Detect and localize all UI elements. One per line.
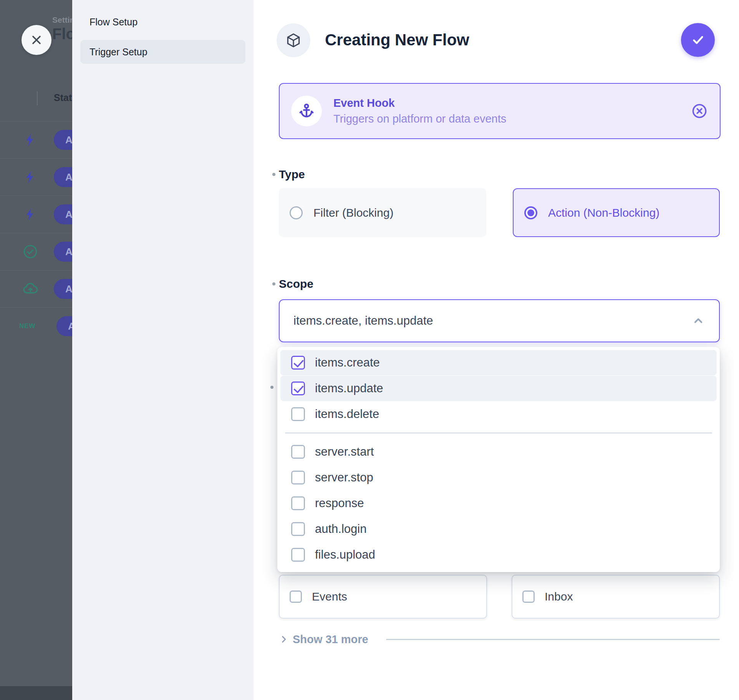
table-row: Acti bbox=[0, 121, 72, 158]
scope-option-card-events[interactable]: Events bbox=[279, 575, 487, 619]
scope-card-label: Inbox bbox=[545, 590, 573, 603]
checkbox-unchecked-icon[interactable] bbox=[290, 591, 302, 603]
table-row: Acti bbox=[0, 233, 72, 270]
scope-option-items-create[interactable]: items.create bbox=[280, 350, 717, 375]
drawer-main-panel: Creating New Flow Event Hook Triggers on… bbox=[254, 0, 739, 700]
scope-option-items-update[interactable]: items.update bbox=[280, 376, 717, 401]
nav-item-label: Trigger Setup bbox=[89, 46, 147, 58]
checkbox-unchecked-icon[interactable] bbox=[522, 591, 535, 603]
scope-option-auth-login[interactable]: auth.login bbox=[280, 516, 717, 542]
checkbox-unchecked-icon[interactable] bbox=[291, 522, 305, 536]
status-badge: Acti bbox=[54, 204, 72, 224]
table-row: Acti bbox=[0, 158, 72, 196]
scope-option-label: items.create bbox=[315, 356, 380, 370]
scope-card-label: Events bbox=[312, 590, 347, 603]
scope-field-label: Scope bbox=[279, 277, 313, 290]
scope-option-label: server.stop bbox=[315, 471, 373, 484]
trigger-card-texts: Event Hook Triggers on platform or data … bbox=[333, 97, 506, 125]
type-option-action[interactable]: Action (Non-Blocking) bbox=[513, 188, 720, 237]
type-option-label: Action (Non-Blocking) bbox=[548, 206, 659, 219]
background-table: Acti Acti Acti Acti Acti NEW bbox=[0, 121, 72, 345]
checkbox-unchecked-icon[interactable] bbox=[291, 496, 305, 510]
status-badge: Acti bbox=[54, 167, 72, 187]
scope-option-response[interactable]: response bbox=[280, 491, 717, 516]
scope-option-files-upload[interactable]: files.upload bbox=[280, 542, 717, 567]
scope-option-label: response bbox=[315, 496, 364, 510]
drawer-header-icon-circle bbox=[277, 23, 310, 57]
nav-item-label: Flow Setup bbox=[89, 17, 138, 28]
check-circle-icon bbox=[22, 243, 39, 260]
anchor-icon bbox=[298, 103, 315, 119]
scope-option-label: items.update bbox=[315, 382, 383, 395]
scope-option-label: server.start bbox=[315, 445, 374, 459]
checkbox-unchecked-icon[interactable] bbox=[291, 471, 305, 484]
checkbox-unchecked-icon[interactable] bbox=[291, 548, 305, 562]
lightning-icon bbox=[22, 169, 39, 186]
checkbox-checked-icon[interactable] bbox=[291, 382, 305, 395]
type-option-label: Filter (Blocking) bbox=[313, 206, 393, 219]
scope-option-label: auth.login bbox=[315, 522, 366, 536]
trigger-card-title: Event Hook bbox=[333, 97, 506, 109]
show-more-link[interactable]: Show 31 more bbox=[293, 633, 368, 646]
checkbox-unchecked-icon[interactable] bbox=[291, 445, 305, 459]
trigger-type-card[interactable]: Event Hook Triggers on platform or data … bbox=[279, 83, 721, 139]
close-icon bbox=[30, 33, 43, 47]
background-footer-bar bbox=[0, 686, 72, 700]
lightning-icon bbox=[22, 131, 39, 148]
scope-option-label: files.upload bbox=[315, 548, 375, 562]
scope-option-label: items.delete bbox=[315, 407, 379, 421]
lightning-icon bbox=[22, 206, 39, 223]
chevron-up-icon[interactable] bbox=[691, 314, 705, 328]
background-page-title: Flo bbox=[52, 25, 72, 43]
check-icon bbox=[690, 32, 706, 48]
table-row: Acti bbox=[0, 196, 72, 233]
status-badge: Acti bbox=[54, 130, 72, 150]
nav-item-trigger-setup[interactable]: Trigger Setup bbox=[80, 40, 245, 64]
table-row: Acti bbox=[0, 270, 72, 307]
scope-dropdown-menu: items.create items.update items.delete s… bbox=[277, 347, 720, 572]
scope-option-card-inbox[interactable]: Inbox bbox=[512, 575, 720, 619]
checkbox-checked-icon[interactable] bbox=[291, 356, 305, 370]
scope-option-server-start[interactable]: server.start bbox=[280, 439, 717, 464]
close-drawer-button[interactable] bbox=[22, 25, 51, 55]
radio-unselected-icon[interactable] bbox=[290, 206, 303, 219]
background-breadcrumb: Settin bbox=[52, 15, 72, 25]
page-title: Creating New Flow bbox=[325, 31, 469, 49]
status-badge: Acti bbox=[54, 242, 72, 262]
nav-item-flow-setup[interactable]: Flow Setup bbox=[80, 10, 245, 34]
scope-input-value: items.create, items.update bbox=[293, 314, 433, 328]
trigger-icon-circle bbox=[291, 96, 322, 126]
drawer-nav-sidebar: Flow Setup Trigger Setup bbox=[72, 0, 254, 700]
checkbox-unchecked-icon[interactable] bbox=[291, 407, 305, 421]
type-field-label: Type bbox=[279, 168, 305, 181]
circle-x-icon bbox=[691, 102, 708, 120]
dropdown-divider bbox=[285, 433, 712, 433]
scope-option-items-delete[interactable]: items.delete bbox=[280, 401, 717, 427]
table-row: NEW Acti bbox=[0, 307, 72, 345]
hidden-field-bullet bbox=[270, 386, 273, 389]
trigger-card-subtitle: Triggers on platform or data events bbox=[333, 113, 506, 125]
remove-trigger-button[interactable] bbox=[691, 102, 708, 120]
scope-multiselect-input[interactable]: items.create, items.update bbox=[279, 299, 720, 342]
save-button[interactable] bbox=[681, 23, 715, 57]
show-more-row: Show 31 more bbox=[279, 630, 720, 649]
column-divider bbox=[37, 91, 38, 105]
status-badge: Acti bbox=[56, 316, 72, 336]
show-more-divider bbox=[386, 639, 720, 640]
chevron-right-icon[interactable] bbox=[279, 634, 289, 644]
type-option-filter[interactable]: Filter (Blocking) bbox=[279, 188, 486, 237]
radio-selected-icon[interactable] bbox=[524, 206, 537, 219]
cloud-upload-icon bbox=[22, 280, 39, 297]
cube-icon bbox=[285, 32, 302, 49]
dimmed-background-page: Settin Flo Status Acti Acti Acti Acti bbox=[0, 0, 72, 700]
new-badge: NEW bbox=[19, 322, 41, 330]
status-badge: Acti bbox=[54, 279, 72, 299]
status-column-header: Status bbox=[54, 92, 72, 103]
scope-option-server-stop[interactable]: server.stop bbox=[280, 465, 717, 490]
